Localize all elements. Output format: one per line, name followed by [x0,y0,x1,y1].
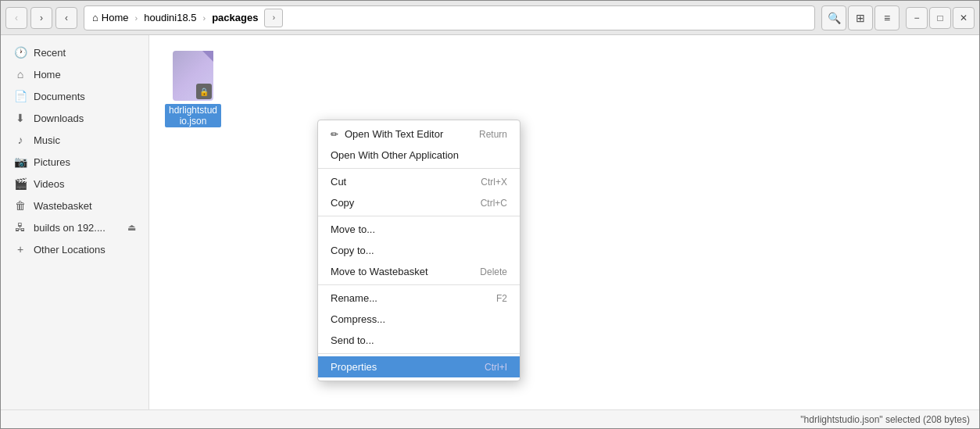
pictures-icon: 📷 [13,156,27,168]
minimize-button[interactable]: − [906,7,928,29]
sidebar-label-home: Home [34,69,61,80]
ctx-move-wastebasket-shortcut: Delete [480,266,507,277]
menu-icon: ≡ [884,12,890,24]
breadcrumb-packages[interactable]: packages [207,10,263,25]
ctx-separator-4 [318,353,520,354]
sidebar-label-wastebasket: Wastebasket [34,200,92,212]
network-left: 🖧 builds on 192.... [13,221,106,234]
breadcrumb-sep-1: › [135,13,138,23]
ctx-rename-label: Rename... [331,292,377,304]
ctx-copy[interactable]: Copy Ctrl+C [318,192,520,213]
ctx-properties-left: Properties [331,361,377,373]
sidebar-item-wastebasket[interactable]: 🗑 Wastebasket [4,195,145,216]
forward-button[interactable]: › [30,7,52,29]
sidebar-item-downloads[interactable]: ⬇ Downloads [4,107,145,129]
other-locations-icon: + [13,243,27,256]
menu-button[interactable]: ≡ [874,5,900,30]
file-label-hdrlightstudio: hdrlightstudio.json [165,104,221,127]
breadcrumb-expand-button[interactable]: › [264,9,283,27]
ctx-open-text-editor-shortcut: Return [479,129,507,140]
json-file-graphic: 🔒 [173,51,213,101]
sidebar-item-videos[interactable]: 🎬 Videos [4,173,145,195]
back-button[interactable]: ‹ [5,7,27,29]
breadcrumb-houdini[interactable]: houdini18.5 [139,10,201,25]
ctx-move-to-left: Move to... [331,223,375,235]
music-icon: ♪ [13,134,27,146]
ctx-open-other-label: Open With Other Application [331,149,459,161]
edit-icon: ✏ [331,129,338,140]
lock-badge: 🔒 [196,84,212,99]
sidebar-label-documents: Documents [34,91,85,102]
ctx-move-to-label: Move to... [331,223,375,235]
ctx-open-other-left: Open With Other Application [331,149,459,161]
lock-icon: 🔒 [199,88,209,96]
sidebar-item-home[interactable]: ⌂ Home [4,63,145,85]
ctx-separator-3 [318,284,520,285]
file-icon-hdrlightstudio: 🔒 [168,51,218,101]
ctx-cut-shortcut: Ctrl+X [481,177,507,188]
ctx-properties[interactable]: Properties Ctrl+I [318,356,520,377]
ctx-rename-shortcut: F2 [496,293,507,304]
sidebar-item-other-locations[interactable]: + Other Locations [4,238,145,260]
ctx-open-other[interactable]: Open With Other Application [318,145,520,166]
videos-icon: 🎬 [13,177,27,190]
wastebasket-icon: 🗑 [13,199,27,212]
ctx-cut-label: Cut [331,176,346,188]
breadcrumb-bar: ⌂ Home › houdini18.5 › packages › [84,5,815,30]
ctx-copy-to-label: Copy to... [331,245,374,256]
ctx-cut[interactable]: Cut Ctrl+X [318,171,520,192]
ctx-open-text-editor-left: ✏ Open With Text Editor [331,128,443,140]
window-controls: − □ ✕ [906,7,975,29]
documents-icon: 📄 [13,90,27,102]
up-button[interactable]: ‹ [55,7,77,29]
file-grid: 🔒 hdrlightstudio.json [149,35,979,143]
file-item-hdrlightstudio[interactable]: 🔒 hdrlightstudio.json [162,48,224,130]
view-toggle-button[interactable]: ⊞ [848,5,873,30]
sidebar-item-recent[interactable]: 🕐 Recent [4,41,145,63]
ctx-open-text-editor[interactable]: ✏ Open With Text Editor Return [318,123,520,145]
ctx-copy-shortcut: Ctrl+C [481,198,507,209]
breadcrumb-houdini-label: houdini18.5 [144,12,196,23]
ctx-send-to[interactable]: Send to... [318,330,520,351]
maximize-icon: □ [937,13,942,23]
ctx-send-to-label: Send to... [331,334,374,346]
close-icon: ✕ [960,13,967,23]
ctx-open-text-editor-label: Open With Text Editor [345,128,443,140]
ctx-move-wastebasket[interactable]: Move to Wastebasket Delete [318,261,520,282]
breadcrumb-packages-label: packages [212,12,258,23]
breadcrumb-home-label: Home [102,12,129,23]
sidebar-label-pictures: Pictures [34,156,70,168]
sidebar-item-documents[interactable]: 📄 Documents [4,85,145,107]
ctx-properties-shortcut: Ctrl+I [485,362,507,373]
context-menu: ✏ Open With Text Editor Return Open With… [317,120,520,381]
eject-icon[interactable]: ⏏ [127,222,136,233]
ctx-copy-left: Copy [331,197,354,209]
breadcrumb-home[interactable]: ⌂ Home [88,10,134,25]
sidebar: 🕐 Recent ⌂ Home 📄 Documents ⬇ Downloads … [1,35,149,409]
titlebar: ‹ › ‹ ⌂ Home › houdini18.5 › packages › … [1,1,979,35]
status-bar: "hdrlightstudio.json" selected (208 byte… [1,409,979,428]
search-button[interactable]: 🔍 [821,5,846,30]
ctx-rename[interactable]: Rename... F2 [318,288,520,309]
ctx-compress-left: Compress... [331,313,385,325]
home-icon: ⌂ [92,12,98,23]
ctx-move-wastebasket-label: Move to Wastebasket [331,266,428,277]
sidebar-item-music[interactable]: ♪ Music [4,129,145,151]
sidebar-item-pictures[interactable]: 📷 Pictures [4,151,145,173]
file-manager-window: ‹ › ‹ ⌂ Home › houdini18.5 › packages › … [0,0,980,429]
view-icon: ⊞ [856,12,865,24]
ctx-move-wastebasket-left: Move to Wastebasket [331,266,428,277]
sidebar-item-network[interactable]: 🖧 builds on 192.... ⏏ [4,216,145,238]
toolbar-right: 🔍 ⊞ ≡ [821,5,900,30]
home-sidebar-icon: ⌂ [13,68,27,80]
status-text: "hdrlightstudio.json" selected (208 byte… [800,414,970,425]
close-button[interactable]: ✕ [953,7,975,29]
ctx-compress[interactable]: Compress... [318,309,520,330]
ctx-copy-to[interactable]: Copy to... [318,240,520,261]
ctx-compress-label: Compress... [331,313,385,325]
ctx-copy-to-left: Copy to... [331,245,374,256]
ctx-move-to[interactable]: Move to... [318,219,520,240]
ctx-rename-left: Rename... [331,292,377,304]
search-icon: 🔍 [828,12,841,24]
maximize-button[interactable]: □ [929,7,951,29]
